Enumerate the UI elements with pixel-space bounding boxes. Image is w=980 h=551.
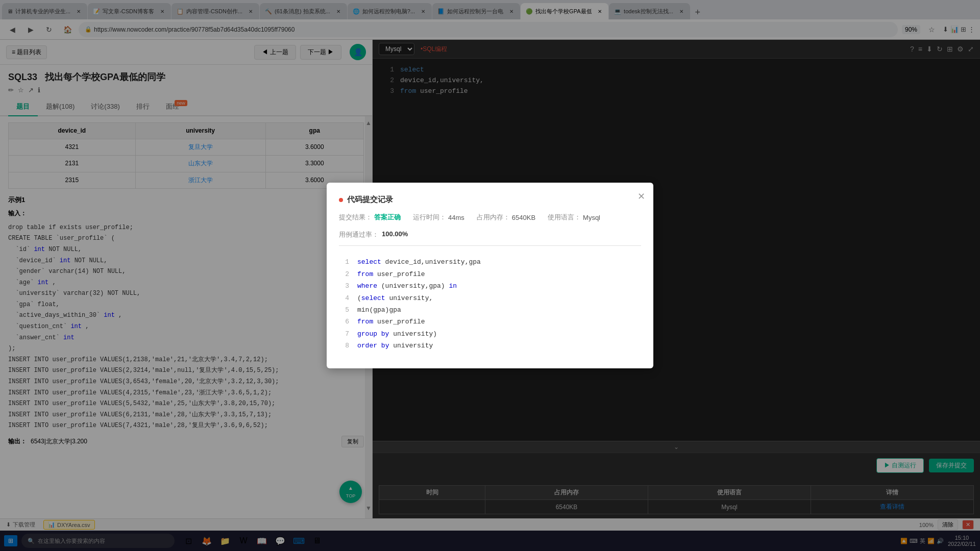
modal-divider (339, 245, 641, 246)
submission-modal: 代码提交记录 ✕ 提交结果： 答案正确 运行时间： 44ms 占用内存： 654… (327, 183, 653, 368)
modal-info: 提交结果： 答案正确 运行时间： 44ms 占用内存： 6540KB 使用语言：… (339, 213, 641, 222)
result-info: 提交结果： 答案正确 (339, 213, 401, 222)
lang-info: 使用语言： Mysql (548, 213, 600, 222)
modal-code-line-3: 3 where (university,gpa) in (339, 280, 641, 292)
modal-code: 1 select device_id,university,gpa 2 from… (339, 252, 641, 356)
memory-info: 占用内存： 6540KB (477, 213, 535, 222)
modal-code-line-1: 1 select device_id,university,gpa (339, 256, 641, 268)
modal-code-line-2: 2 from user_profile (339, 268, 641, 280)
modal-code-line-6: 6 from user_profile (339, 316, 641, 328)
time-info: 运行时间： 44ms (413, 213, 464, 222)
modal-overlay: 代码提交记录 ✕ 提交结果： 答案正确 运行时间： 44ms 占用内存： 654… (0, 0, 980, 551)
modal-code-line-4: 4 (select university, (339, 292, 641, 304)
modal-code-line-5: 5 min(gpa)gpa (339, 304, 641, 316)
modal-title: 代码提交记录 (339, 195, 641, 205)
title-dot (339, 198, 343, 202)
modal-close-button[interactable]: ✕ (638, 191, 645, 202)
modal-code-line-7: 7 group by university) (339, 328, 641, 340)
pass-rate-info: 用例通过率： 100.00% (339, 230, 641, 239)
modal-code-line-8: 8 order by university (339, 340, 641, 352)
